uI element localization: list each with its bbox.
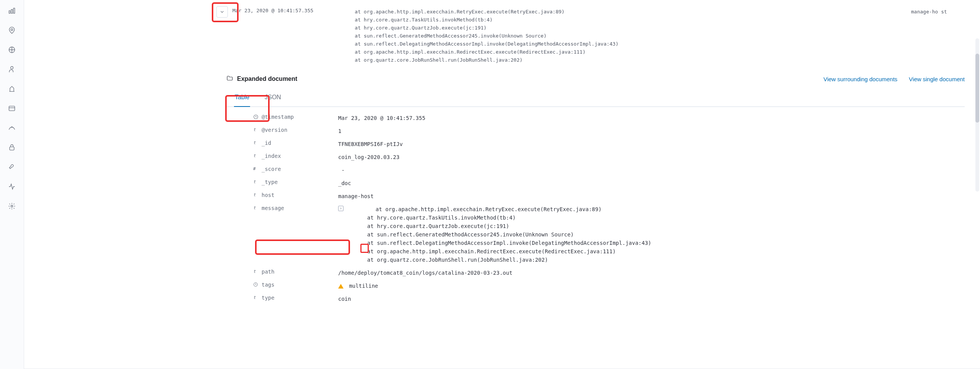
warning-icon bbox=[338, 284, 344, 289]
nav-visualize-icon[interactable] bbox=[8, 7, 16, 16]
svg-point-5 bbox=[11, 67, 13, 69]
text-type-icon: t bbox=[253, 140, 262, 145]
hit-row: Mar 23, 2020 @ 10:41:57.355 at org.apach… bbox=[24, 0, 980, 68]
svg-rect-8 bbox=[10, 147, 14, 150]
svg-rect-2 bbox=[13, 8, 15, 13]
svg-rect-0 bbox=[9, 11, 10, 13]
link-view-surrounding[interactable]: View surrounding documents bbox=[823, 76, 897, 82]
number-type-icon: # bbox=[253, 166, 262, 171]
text-type-icon: t bbox=[253, 295, 262, 300]
scrollbar-track[interactable] bbox=[975, 38, 979, 192]
field-row-type: t _type _doc bbox=[253, 177, 965, 190]
nav-devtools-icon[interactable] bbox=[8, 163, 16, 172]
field-row-path: t path /home/deploy/tomcat8_coin/logs/ca… bbox=[253, 266, 965, 279]
field-row-tags: tags multiline bbox=[253, 279, 965, 292]
nav-logs-icon[interactable] bbox=[8, 105, 16, 113]
field-row-version: t @version 1 bbox=[253, 125, 965, 138]
field-row-doctype: t type coin bbox=[253, 292, 965, 305]
text-type-icon: t bbox=[253, 179, 262, 184]
kibana-sidebar bbox=[0, 0, 24, 369]
clock-icon bbox=[253, 114, 262, 121]
nav-uptime-icon[interactable] bbox=[8, 183, 16, 192]
field-row-index: t _index coin_log-2020.03.23 bbox=[253, 151, 965, 164]
svg-point-3 bbox=[11, 29, 13, 31]
text-type-icon: t bbox=[253, 192, 262, 197]
nav-ml-icon[interactable] bbox=[8, 66, 16, 74]
link-view-single[interactable]: View single document bbox=[909, 76, 965, 82]
field-row-host: t host manage-host bbox=[253, 190, 965, 203]
nav-canvas-icon[interactable] bbox=[8, 46, 16, 55]
hit-timestamp: Mar 23, 2020 @ 10:41:57.355 bbox=[213, 5, 343, 64]
doc-fields-table: @timestamp Mar 23, 2020 @ 10:41:57.355 t… bbox=[226, 112, 965, 305]
text-type-icon: t bbox=[253, 153, 262, 158]
tab-table[interactable]: Table bbox=[234, 90, 250, 107]
expanded-document: Expanded document View surrounding docum… bbox=[24, 68, 980, 317]
nav-apm-icon[interactable] bbox=[8, 124, 16, 133]
svg-rect-1 bbox=[11, 10, 12, 13]
hit-host: manage-ho st bbox=[911, 5, 965, 64]
nav-siem-icon[interactable] bbox=[8, 144, 16, 153]
nav-maps-icon[interactable] bbox=[8, 26, 16, 35]
scrollbar-thumb[interactable] bbox=[975, 54, 979, 123]
text-type-icon: t bbox=[253, 127, 262, 132]
field-row-id: t _id TFNEBXEBMPSI6F-ptIJv bbox=[253, 138, 965, 151]
field-value-tags: multiline bbox=[338, 282, 965, 290]
text-type-icon: t bbox=[253, 205, 262, 210]
field-row-score: # _score - bbox=[253, 164, 965, 177]
field-row-timestamp: @timestamp Mar 23, 2020 @ 10:41:57.355 bbox=[253, 112, 965, 125]
row-expand-toggle[interactable] bbox=[216, 6, 228, 18]
clock-icon bbox=[253, 282, 262, 288]
expanded-title: Expanded document bbox=[237, 75, 297, 82]
field-row-message: t message › at org.apache.http.impl.exec… bbox=[253, 203, 965, 266]
discover-panel: Mar 23, 2020 @ 10:41:57.355 at org.apach… bbox=[24, 0, 980, 369]
hit-message: at org.apache.http.impl.execchain.RetryE… bbox=[343, 5, 911, 64]
nav-infra-icon[interactable] bbox=[8, 85, 16, 94]
folder-icon bbox=[226, 75, 233, 83]
doc-view-tabs: Table JSON bbox=[226, 90, 965, 107]
nav-management-icon[interactable] bbox=[8, 202, 16, 211]
tab-json[interactable]: JSON bbox=[264, 90, 282, 107]
text-type-icon: t bbox=[253, 269, 262, 274]
expand-message-icon[interactable]: › bbox=[338, 206, 344, 211]
svg-point-9 bbox=[11, 205, 13, 207]
svg-rect-6 bbox=[9, 106, 15, 111]
field-value-message: › at org.apache.http.impl.execchain.Retr… bbox=[338, 205, 965, 264]
